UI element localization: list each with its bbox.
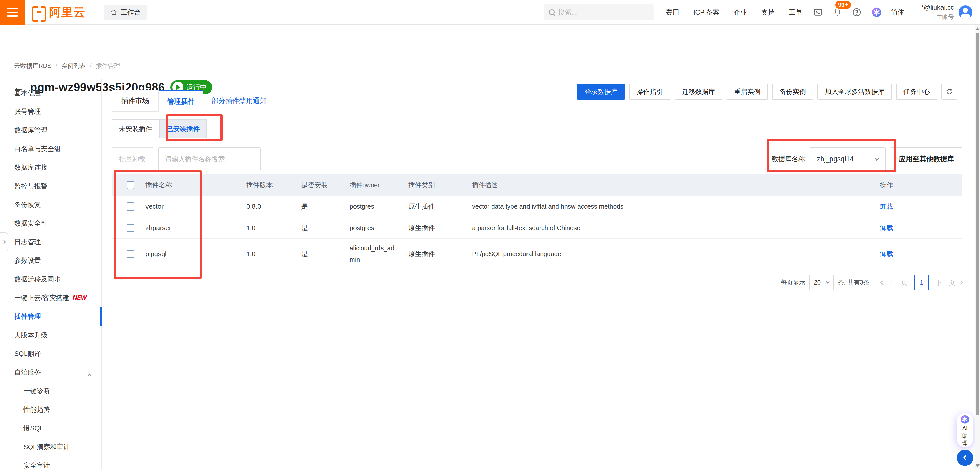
global-search[interactable]	[544, 4, 654, 20]
account-info[interactable]: *@liukai.cc 主账号	[913, 3, 954, 21]
help-icon	[852, 8, 861, 17]
table-row: zhparser 1.0 是 postgres 原生插件 a parser fo…	[111, 218, 962, 239]
breadcrumb: 云数据库RDS / 实例列表 / 插件管理	[14, 62, 120, 70]
tab-plugin-market[interactable]: 插件市场	[111, 90, 159, 112]
tab-manage-plugins[interactable]: 管理插件	[159, 90, 204, 112]
ai-assistant-button[interactable]: AI 助 理	[956, 413, 974, 447]
account-type: 主账号	[936, 13, 954, 21]
total-count: 条, 共有3条	[838, 278, 869, 286]
sidebar-item-whitelist-security[interactable]: 白名单与安全组	[0, 140, 101, 158]
topbar-menu: 费用 ICP 备案 企业 支持 工单	[666, 8, 802, 17]
home-icon	[110, 9, 118, 16]
panel-expand-handle[interactable]	[0, 232, 8, 251]
topbar-menu-support[interactable]: 支持	[761, 8, 775, 17]
cell-description: a parser for full-text search of Chinese	[460, 224, 868, 232]
row-checkbox[interactable]	[127, 202, 135, 211]
cell-category: 原生插件	[396, 202, 460, 211]
batch-uninstall-button[interactable]: 批量卸载	[111, 148, 153, 170]
sidebar-item-sql-insight-audit[interactable]: SQL洞察和审计	[0, 437, 101, 456]
chevron-right-icon	[2, 240, 6, 244]
notification-badge: 99+	[835, 0, 852, 10]
sidebar-item-major-version-upgrade[interactable]: 大版本升级	[0, 326, 101, 345]
workspace-button[interactable]: 工作台	[103, 5, 147, 20]
col-plugin-owner: 插件owner	[337, 180, 396, 191]
database-select-value: zhj_pgsql14	[817, 155, 854, 163]
uninstall-link[interactable]: 卸载	[880, 250, 893, 258]
row-checkbox[interactable]	[127, 224, 135, 232]
toggle-installed[interactable]: 已安装插件	[159, 119, 207, 138]
cell-owner: postgres	[337, 201, 396, 212]
sidebar-item-database-management[interactable]: 数据库管理	[0, 121, 101, 140]
scrollbar-thumb[interactable]	[976, 33, 979, 415]
cell-owner: postgres	[337, 222, 396, 234]
pagination: 每页显示 20 条, 共有3条 上一页 1 下一页	[111, 275, 962, 290]
ai-assistant-topbar-button[interactable]	[872, 7, 882, 17]
cloudshell-button[interactable]	[813, 8, 822, 17]
notifications-button[interactable]: 99+	[833, 8, 842, 17]
uninstall-link[interactable]: 卸载	[880, 224, 893, 232]
vertical-scrollbar[interactable]	[975, 25, 980, 469]
plugin-search-input[interactable]	[159, 148, 261, 170]
table-header-row: 插件名称 插件版本 是否安装 插件owner 插件类别 插件描述 操作	[111, 174, 962, 196]
chevron-right-icon[interactable]	[959, 280, 963, 285]
apply-to-other-databases-button[interactable]: 应用至其他数据库	[891, 148, 962, 170]
cell-owner: alicloud_rds_admin	[337, 242, 396, 266]
sidebar-item-account-management[interactable]: 账号管理	[0, 102, 101, 121]
chevron-left-icon[interactable]	[880, 280, 885, 285]
sidebar-item-sql-translation[interactable]: SQL翻译	[0, 345, 101, 363]
aliyun-logo-text: 阿里云	[49, 4, 86, 20]
topbar-menu-ticket[interactable]: 工单	[789, 8, 802, 17]
global-search-input[interactable]	[558, 8, 642, 16]
main-content: 插件市场 管理插件 部分插件禁用通知 未安装插件 已安装插件 批量卸载 数据库名…	[102, 79, 980, 469]
prev-page-button[interactable]: 上一页	[888, 278, 908, 287]
uninstall-link[interactable]: 卸载	[880, 203, 893, 210]
aliyun-logo[interactable]: 阿里云	[32, 4, 86, 20]
cell-category: 原生插件	[396, 224, 460, 232]
breadcrumb-rds[interactable]: 云数据库RDS	[14, 62, 52, 70]
ai-star-icon	[872, 7, 882, 17]
collapse-panel-button[interactable]	[957, 450, 973, 466]
current-page[interactable]: 1	[915, 275, 929, 290]
sidebar-item-data-security[interactable]: 数据安全性	[0, 214, 101, 233]
help-button[interactable]	[852, 8, 861, 17]
scroll-up-icon[interactable]	[976, 27, 980, 30]
sidebar-item-data-migration-sync[interactable]: 数据迁移及同步	[0, 270, 101, 289]
sidebar-item-log-management[interactable]: 日志管理	[0, 233, 101, 251]
sidebar-item-monitoring-alerts[interactable]: 监控与报警	[0, 177, 101, 196]
topbar-menu-billing[interactable]: 费用	[666, 8, 679, 17]
row-checkbox[interactable]	[127, 250, 135, 258]
tab-plugin-disable-notice[interactable]: 部分插件禁用通知	[212, 96, 267, 105]
ai-star-icon	[959, 415, 971, 424]
next-page-button[interactable]: 下一页	[935, 278, 955, 287]
chevron-down-icon	[826, 280, 830, 284]
cell-installed: 是	[289, 250, 337, 259]
database-select[interactable]: zhj_pgsql14	[810, 148, 886, 170]
breadcrumb-instance-list[interactable]: 实例列表	[61, 62, 86, 70]
hamburger-menu-button[interactable]	[0, 0, 25, 25]
language-switch[interactable]: 简体	[891, 8, 904, 17]
select-all-checkbox[interactable]	[127, 181, 135, 189]
sidebar-item-parameter-settings[interactable]: 参数设置	[0, 251, 101, 270]
sidebar-item-security-audit[interactable]: 安全审计	[0, 456, 101, 469]
sidebar-item-slow-sql[interactable]: 慢SQL	[0, 419, 101, 437]
sidebar-item-one-click-diagnosis[interactable]: 一键诊断	[0, 382, 101, 401]
per-page-select[interactable]: 20	[809, 275, 834, 290]
sidebar-item-performance-trend[interactable]: 性能趋势	[0, 401, 101, 419]
avatar[interactable]	[959, 5, 972, 19]
sidebar-item-plugin-management[interactable]: 插件管理	[0, 307, 101, 326]
sidebar-item-basic-info[interactable]: 基本信息	[0, 84, 101, 102]
chevron-up-icon	[88, 373, 92, 377]
cell-description: PL/pgSQL procedural language	[460, 250, 868, 258]
sidebar-item-one-click-cloud[interactable]: 一键上云/容灾搭建 NEW	[0, 289, 101, 307]
sidebar-item-backup-restore[interactable]: 备份恢复	[0, 196, 101, 214]
col-plugin-version: 插件版本	[234, 181, 289, 189]
sidebar-item-database-connection[interactable]: 数据库连接	[0, 158, 101, 177]
topbar-menu-enterprise[interactable]: 企业	[734, 8, 747, 17]
scroll-down-icon[interactable]	[976, 464, 980, 467]
sidebar-item-autonomy-service[interactable]: 自治服务	[0, 363, 101, 382]
cell-version: 0.8.0	[234, 203, 289, 210]
topbar-menu-icp[interactable]: ICP 备案	[694, 8, 719, 17]
cell-installed: 是	[289, 202, 337, 211]
terminal-icon	[813, 8, 822, 17]
toggle-not-installed[interactable]: 未安装插件	[111, 119, 160, 138]
